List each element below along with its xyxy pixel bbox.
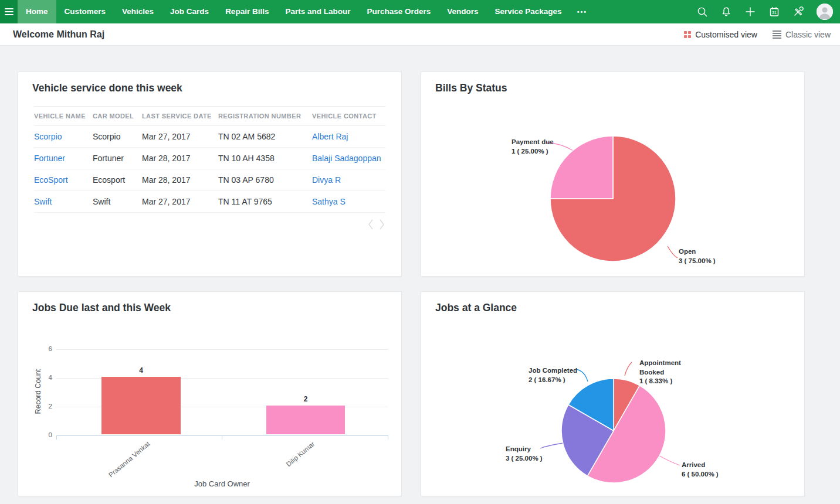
nav-right-actions: 31: [696, 0, 840, 23]
appointment-booked-value: 1 ( 8.33% ): [639, 377, 693, 386]
notifications-bell-icon[interactable]: [720, 6, 732, 18]
vehicle-contact-link[interactable]: Balaji Sadagoppan: [312, 148, 385, 169]
vehicle-contact-link[interactable]: Divya R: [312, 169, 385, 191]
job-completed-value: 2 ( 16.67% ): [529, 376, 577, 385]
arrived-label: Arrived: [682, 461, 719, 470]
add-plus-icon[interactable]: [744, 6, 756, 18]
payment-due-value: 1 ( 25.00% ): [512, 147, 554, 156]
pie-label-enquiry: Enquiry 3 ( 25.00% ): [506, 445, 543, 463]
pie-label-appointment-booked: Appointment Booked 1 ( 8.33% ): [639, 359, 693, 386]
axis-tick: [56, 435, 57, 440]
calendar-icon[interactable]: 31: [768, 6, 780, 18]
enquiry-leader-line: [540, 443, 563, 448]
card-vehicle-service: Vehicle service done this week VEHICLE N…: [18, 71, 402, 277]
car-model-cell: Scorpio: [93, 126, 142, 148]
previous-page-chevron-icon[interactable]: [367, 218, 374, 231]
customised-view-toggle[interactable]: Customised view: [684, 30, 757, 39]
hamburger-menu-button[interactable]: [0, 0, 18, 23]
search-icon[interactable]: [696, 6, 708, 18]
vehicle-name-link[interactable]: Fortuner: [34, 148, 93, 169]
nav-tab-vehicles[interactable]: Vehicles: [114, 0, 162, 23]
nav-tabs: Home Customers Vehicles Job Cards Repair…: [18, 0, 594, 23]
registration-number-cell: TN 02 AM 5682: [218, 126, 312, 148]
nav-tab-home[interactable]: Home: [18, 0, 56, 23]
nav-tab-purchase-orders[interactable]: Purchase Orders: [358, 0, 439, 23]
vehicle-name-link[interactable]: Swift: [34, 191, 93, 213]
job-completed-label: Job Completed: [529, 366, 577, 376]
y-tick-4: 4: [40, 374, 52, 381]
bills-pie-chart[interactable]: [421, 72, 805, 277]
card-bills-by-status: Bills By Status Payment due 1 ( 25.00% )…: [421, 71, 805, 277]
y-tick-6: 6: [40, 345, 52, 352]
pie-label-job-completed: Job Completed 2 ( 16.67% ): [529, 366, 577, 384]
nav-tab-job-cards[interactable]: Job Cards: [162, 0, 217, 23]
user-avatar[interactable]: [817, 4, 833, 20]
bar-dilip-kumar[interactable]: [266, 406, 345, 434]
pie-slice-payment-due[interactable]: [550, 136, 613, 199]
table-row: Swift Swift Mar 27, 2017 TN 11 AT 9765 S…: [34, 191, 385, 213]
table-pagination: [367, 218, 385, 231]
col-vehicle-name: VEHICLE NAME: [34, 107, 93, 126]
x-axis-title: Job Card Owner: [56, 479, 388, 488]
bills-by-status-chart: Payment due 1 ( 25.00% ) Open 3 ( 75.00%…: [421, 72, 804, 276]
next-page-chevron-icon[interactable]: [378, 218, 385, 231]
tools-settings-icon[interactable]: [792, 6, 804, 18]
last-service-date-cell: Mar 28, 2017: [142, 148, 218, 169]
open-label: Open: [679, 247, 716, 257]
gridline-6: [56, 349, 388, 350]
jobs-glance-pie-chart[interactable]: [421, 292, 805, 497]
car-model-cell: Ecosport: [93, 169, 142, 191]
bar-value-label: 4: [101, 366, 181, 374]
nav-tab-service-packages[interactable]: Service Packages: [487, 0, 570, 23]
col-vehicle-contact: VEHICLE CONTACT: [312, 107, 385, 126]
pie-label-arrived: Arrived 6 ( 50.00% ): [682, 461, 719, 479]
arrived-leader-line: [656, 454, 680, 465]
vehicle-service-table: VEHICLE NAME CAR MODEL LAST SERVICE DATE…: [34, 106, 385, 213]
card-jobs-due: Jobs Due last and this Week Record Count…: [18, 291, 402, 496]
view-toggles: Customised view Classic view: [684, 30, 831, 39]
list-view-icon: [773, 30, 781, 39]
nav-more-button[interactable]: •••: [570, 0, 595, 23]
vehicle-name-link[interactable]: Scorpio: [34, 126, 93, 148]
nav-tab-customers[interactable]: Customers: [56, 0, 114, 23]
page-header: Welcome Mithun Raj Customised view Class…: [0, 23, 840, 46]
bar-value-label: 2: [266, 395, 345, 403]
top-navigation-bar: Home Customers Vehicles Job Cards Repair…: [0, 0, 840, 23]
grid-view-icon: [684, 31, 691, 38]
pie-label-payment-due: Payment due 1 ( 25.00% ): [512, 138, 554, 156]
vehicle-name-link[interactable]: EcoSport: [34, 169, 93, 191]
col-last-service-date: LAST SERVICE DATE: [142, 107, 218, 126]
vehicle-contact-link[interactable]: Sathya S: [312, 191, 385, 213]
payment-due-label: Payment due: [512, 138, 554, 147]
axis-tick: [388, 435, 388, 440]
y-tick-2: 2: [40, 403, 52, 410]
classic-view-toggle[interactable]: Classic view: [773, 30, 831, 39]
bar-prasanna-venkat[interactable]: [101, 377, 181, 434]
customised-view-label: Customised view: [695, 30, 757, 39]
registration-number-cell: TN 03 AP 6780: [218, 169, 312, 191]
last-service-date-cell: Mar 27, 2017: [142, 126, 218, 148]
vehicle-contact-link[interactable]: Albert Raj: [312, 126, 385, 148]
x-tick-dilip-kumar: Dilip Kumar: [249, 440, 316, 498]
nav-tab-parts-and-labour[interactable]: Parts and Labour: [277, 0, 358, 23]
last-service-date-cell: Mar 27, 2017: [142, 191, 218, 213]
axis-tick: [222, 435, 222, 440]
jobs-glance-chart: Job Completed 2 ( 16.67% ) Appointment B…: [421, 292, 804, 496]
x-tick-prasanna-venkat: Prasanna Venkat: [84, 440, 151, 498]
nav-tab-vendors[interactable]: Vendors: [439, 0, 486, 23]
classic-view-label: Classic view: [785, 30, 831, 39]
appointment-booked-label: Appointment Booked: [639, 359, 693, 377]
enquiry-value: 3 ( 25.00% ): [506, 454, 543, 464]
pie-label-open: Open 3 ( 75.00% ): [679, 247, 716, 265]
table-row: EcoSport Ecosport Mar 28, 2017 TN 03 AP …: [34, 169, 385, 191]
registration-number-cell: TN 11 AT 9765: [218, 191, 312, 213]
y-axis-label: Record Count: [34, 356, 42, 427]
table-row: Fortuner Fortuner Mar 28, 2017 TN 10 AH …: [34, 148, 385, 169]
nav-tab-repair-bills[interactable]: Repair Bills: [217, 0, 277, 23]
col-car-model: CAR MODEL: [93, 107, 142, 126]
car-model-cell: Fortuner: [93, 148, 142, 169]
arrived-value: 6 ( 50.00% ): [682, 470, 719, 479]
col-registration-number: REGISTRATION NUMBER: [218, 107, 312, 126]
car-model-cell: Swift: [93, 191, 142, 213]
last-service-date-cell: Mar 28, 2017: [142, 169, 218, 191]
